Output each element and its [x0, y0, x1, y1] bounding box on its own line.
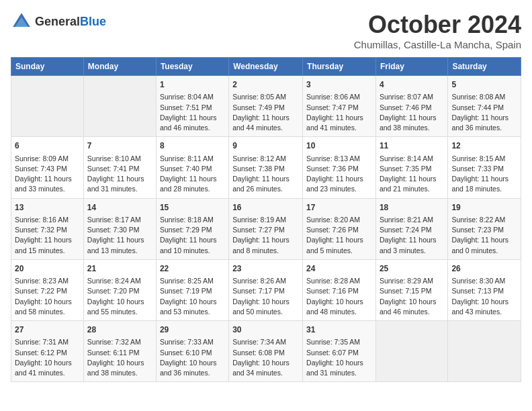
calendar-cell: 27Sunrise: 7:31 AM Sunset: 6:12 PM Dayli…: [11, 321, 84, 382]
calendar-cell: 4Sunrise: 8:07 AM Sunset: 7:46 PM Daylig…: [375, 76, 447, 137]
day-number: 20: [15, 263, 80, 275]
day-info: Sunrise: 8:13 AM Sunset: 7:36 PM Dayligh…: [306, 154, 363, 193]
day-info: Sunrise: 8:11 AM Sunset: 7:40 PM Dayligh…: [160, 154, 217, 193]
calendar-cell: 26Sunrise: 8:30 AM Sunset: 7:13 PM Dayli…: [448, 259, 521, 320]
calendar-cell: 2Sunrise: 8:05 AM Sunset: 7:49 PM Daylig…: [229, 76, 303, 137]
day-number: 27: [15, 324, 80, 336]
day-number: 7: [87, 140, 152, 152]
day-info: Sunrise: 8:25 AM Sunset: 7:19 PM Dayligh…: [160, 277, 217, 316]
day-number: 12: [451, 140, 517, 152]
day-number: 10: [306, 140, 372, 152]
day-info: Sunrise: 8:19 AM Sunset: 7:27 PM Dayligh…: [232, 216, 290, 255]
location-title: Chumillas, Castille-La Mancha, Spain: [354, 39, 521, 50]
weekday-header-friday: Friday: [375, 58, 447, 76]
calendar-cell: 24Sunrise: 8:28 AM Sunset: 7:16 PM Dayli…: [303, 259, 376, 320]
calendar-header: SundayMondayTuesdayWednesdayThursdayFrid…: [11, 58, 521, 76]
weekday-header-tuesday: Tuesday: [156, 58, 228, 76]
calendar-week-row: 6Sunrise: 8:09 AM Sunset: 7:43 PM Daylig…: [11, 137, 521, 198]
day-info: Sunrise: 8:15 AM Sunset: 7:33 PM Dayligh…: [451, 154, 508, 193]
calendar-cell: 16Sunrise: 8:19 AM Sunset: 7:27 PM Dayli…: [229, 198, 303, 259]
logo-blue: Blue: [80, 15, 106, 28]
day-info: Sunrise: 8:24 AM Sunset: 7:20 PM Dayligh…: [87, 277, 144, 316]
day-number: 4: [380, 79, 444, 91]
calendar-cell: 12Sunrise: 8:15 AM Sunset: 7:33 PM Dayli…: [448, 137, 521, 198]
day-number: 1: [160, 79, 225, 91]
calendar-table: SundayMondayTuesdayWednesdayThursdayFrid…: [11, 57, 521, 382]
day-number: 16: [232, 202, 299, 214]
calendar-cell: 5Sunrise: 8:08 AM Sunset: 7:44 PM Daylig…: [448, 76, 521, 137]
day-info: Sunrise: 8:09 AM Sunset: 7:43 PM Dayligh…: [15, 154, 72, 193]
day-number: 24: [306, 263, 372, 275]
day-info: Sunrise: 8:20 AM Sunset: 7:26 PM Dayligh…: [306, 216, 363, 255]
day-info: Sunrise: 8:21 AM Sunset: 7:24 PM Dayligh…: [380, 216, 437, 255]
day-number: 14: [87, 202, 152, 214]
logo: GeneralBlue: [11, 11, 106, 32]
day-number: 22: [160, 263, 225, 275]
calendar-week-row: 20Sunrise: 8:23 AM Sunset: 7:22 PM Dayli…: [11, 259, 521, 320]
calendar-cell: 1Sunrise: 8:04 AM Sunset: 7:51 PM Daylig…: [156, 76, 228, 137]
day-info: Sunrise: 8:12 AM Sunset: 7:38 PM Dayligh…: [232, 154, 290, 193]
day-info: Sunrise: 7:31 AM Sunset: 6:12 PM Dayligh…: [15, 338, 72, 377]
calendar-cell: [11, 76, 84, 137]
day-info: Sunrise: 8:07 AM Sunset: 7:46 PM Dayligh…: [380, 93, 437, 132]
calendar-cell: 7Sunrise: 8:10 AM Sunset: 7:41 PM Daylig…: [83, 137, 156, 198]
day-number: 8: [160, 140, 225, 152]
calendar-cell: 15Sunrise: 8:18 AM Sunset: 7:29 PM Dayli…: [156, 198, 228, 259]
calendar-cell: [83, 76, 156, 137]
day-info: Sunrise: 8:04 AM Sunset: 7:51 PM Dayligh…: [160, 93, 217, 132]
weekday-header-sunday: Sunday: [11, 58, 84, 76]
calendar-cell: 31Sunrise: 7:35 AM Sunset: 6:07 PM Dayli…: [303, 321, 376, 382]
day-info: Sunrise: 7:35 AM Sunset: 6:07 PM Dayligh…: [306, 338, 363, 377]
day-info: Sunrise: 8:18 AM Sunset: 7:29 PM Dayligh…: [160, 216, 217, 255]
day-number: 19: [451, 202, 517, 214]
day-info: Sunrise: 8:26 AM Sunset: 7:17 PM Dayligh…: [232, 277, 290, 316]
day-info: Sunrise: 8:05 AM Sunset: 7:49 PM Dayligh…: [232, 93, 290, 132]
weekday-header-wednesday: Wednesday: [229, 58, 303, 76]
calendar-cell: 6Sunrise: 8:09 AM Sunset: 7:43 PM Daylig…: [11, 137, 84, 198]
calendar-cell: 29Sunrise: 7:33 AM Sunset: 6:10 PM Dayli…: [156, 321, 228, 382]
calendar-cell: 11Sunrise: 8:14 AM Sunset: 7:35 PM Dayli…: [375, 137, 447, 198]
day-info: Sunrise: 7:32 AM Sunset: 6:11 PM Dayligh…: [87, 338, 144, 377]
calendar-cell: 17Sunrise: 8:20 AM Sunset: 7:26 PM Dayli…: [303, 198, 376, 259]
day-info: Sunrise: 8:30 AM Sunset: 7:13 PM Dayligh…: [451, 277, 508, 316]
day-info: Sunrise: 8:23 AM Sunset: 7:22 PM Dayligh…: [15, 277, 72, 316]
calendar-cell: 9Sunrise: 8:12 AM Sunset: 7:38 PM Daylig…: [229, 137, 303, 198]
calendar-cell: 10Sunrise: 8:13 AM Sunset: 7:36 PM Dayli…: [303, 137, 376, 198]
calendar-cell: 30Sunrise: 7:34 AM Sunset: 6:08 PM Dayli…: [229, 321, 303, 382]
calendar-cell: [375, 321, 447, 382]
calendar-cell: 22Sunrise: 8:25 AM Sunset: 7:19 PM Dayli…: [156, 259, 228, 320]
day-number: 23: [232, 263, 299, 275]
day-number: 11: [380, 140, 444, 152]
day-info: Sunrise: 8:22 AM Sunset: 7:23 PM Dayligh…: [451, 216, 508, 255]
calendar-cell: 25Sunrise: 8:29 AM Sunset: 7:15 PM Dayli…: [375, 259, 447, 320]
calendar-cell: 21Sunrise: 8:24 AM Sunset: 7:20 PM Dayli…: [83, 259, 156, 320]
day-number: 6: [15, 140, 80, 152]
day-info: Sunrise: 8:08 AM Sunset: 7:44 PM Dayligh…: [451, 93, 508, 132]
day-info: Sunrise: 8:28 AM Sunset: 7:16 PM Dayligh…: [306, 277, 363, 316]
page-header: GeneralBlue October 2024 Chumillas, Cast…: [11, 11, 521, 50]
day-info: Sunrise: 8:29 AM Sunset: 7:15 PM Dayligh…: [380, 277, 437, 316]
calendar-cell: [448, 321, 521, 382]
calendar-cell: 19Sunrise: 8:22 AM Sunset: 7:23 PM Dayli…: [448, 198, 521, 259]
day-number: 29: [160, 324, 225, 336]
day-number: 28: [87, 324, 152, 336]
calendar-week-row: 1Sunrise: 8:04 AM Sunset: 7:51 PM Daylig…: [11, 76, 521, 137]
day-info: Sunrise: 8:14 AM Sunset: 7:35 PM Dayligh…: [380, 154, 437, 193]
calendar-week-row: 27Sunrise: 7:31 AM Sunset: 6:12 PM Dayli…: [11, 321, 521, 382]
day-number: 21: [87, 263, 152, 275]
day-number: 3: [306, 79, 372, 91]
calendar-cell: 18Sunrise: 8:21 AM Sunset: 7:24 PM Dayli…: [375, 198, 447, 259]
weekday-header-thursday: Thursday: [303, 58, 376, 76]
day-number: 9: [232, 140, 299, 152]
day-number: 2: [232, 79, 299, 91]
logo-general: General: [35, 15, 80, 28]
day-number: 17: [306, 202, 372, 214]
day-info: Sunrise: 8:16 AM Sunset: 7:32 PM Dayligh…: [15, 216, 72, 255]
day-number: 18: [380, 202, 444, 214]
calendar-cell: 3Sunrise: 8:06 AM Sunset: 7:47 PM Daylig…: [303, 76, 376, 137]
calendar-cell: 14Sunrise: 8:17 AM Sunset: 7:30 PM Dayli…: [83, 198, 156, 259]
calendar-cell: 8Sunrise: 8:11 AM Sunset: 7:40 PM Daylig…: [156, 137, 228, 198]
day-number: 15: [160, 202, 225, 214]
calendar-week-row: 13Sunrise: 8:16 AM Sunset: 7:32 PM Dayli…: [11, 198, 521, 259]
weekday-header-saturday: Saturday: [448, 58, 521, 76]
